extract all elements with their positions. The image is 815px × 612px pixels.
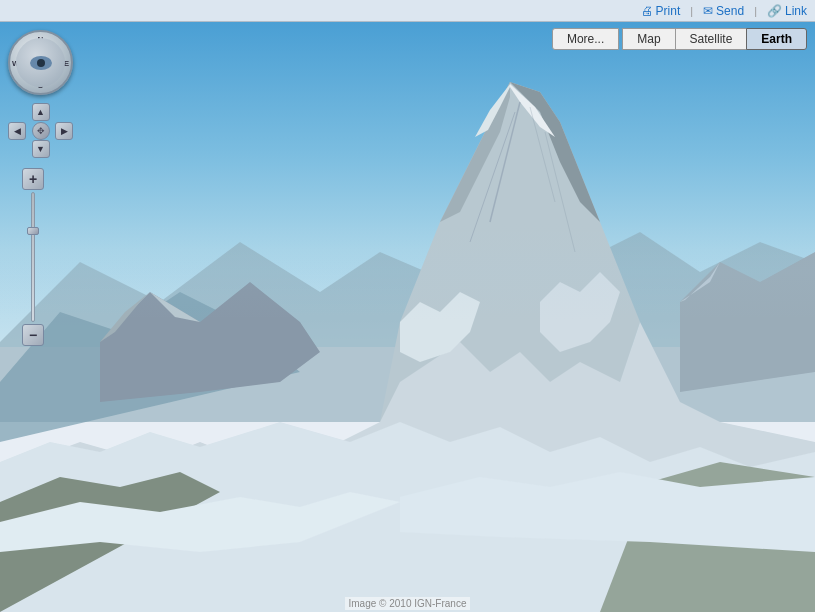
link-label: Link [785, 4, 807, 18]
send-icon: ✉ [703, 4, 713, 18]
pan-center-button[interactable]: ✥ [32, 122, 50, 140]
link-icon: 🔗 [767, 4, 782, 18]
print-link[interactable]: 🖨 Print [641, 4, 681, 18]
print-label: Print [656, 4, 681, 18]
compass-control[interactable]: N S E W [8, 30, 73, 95]
zoom-in-button[interactable]: + [22, 168, 44, 190]
zoom-track[interactable] [31, 192, 35, 322]
compass-inner [16, 38, 65, 87]
attribution-text: Image © 2010 IGN-France [349, 598, 467, 609]
send-label: Send [716, 4, 744, 18]
attribution: Image © 2010 IGN-France [345, 597, 471, 610]
tab-more[interactable]: More... [552, 28, 619, 50]
map-canvas[interactable] [0, 22, 815, 612]
send-link[interactable]: ✉ Send [703, 4, 744, 18]
zoom-thumb[interactable] [27, 227, 39, 235]
pan-down-button[interactable]: ▼ [32, 140, 50, 158]
compass-circle[interactable]: N S E W [8, 30, 73, 95]
tab-map[interactable]: Map [622, 28, 675, 50]
tab-satellite[interactable]: Satellite [675, 28, 748, 50]
tab-earth[interactable]: Earth [746, 28, 807, 50]
top-bar: 🖨 Print | ✉ Send | 🔗 Link [0, 0, 815, 22]
pan-left-button[interactable]: ◀ [8, 122, 26, 140]
eye-icon [30, 56, 52, 70]
map-toolbar: More... Map Satellite Earth [553, 28, 807, 50]
pan-arrows: ▲ ▼ ◀ ▶ ✥ [8, 103, 73, 158]
separator-1: | [690, 5, 693, 17]
zoom-out-button[interactable]: − [22, 324, 44, 346]
pan-up-button[interactable]: ▲ [32, 103, 50, 121]
print-icon: 🖨 [641, 4, 653, 18]
separator-2: | [754, 5, 757, 17]
pan-control: ▲ ▼ ◀ ▶ ✥ [8, 103, 73, 158]
svg-rect-20 [0, 222, 815, 322]
link-link[interactable]: 🔗 Link [767, 4, 807, 18]
zoom-control: + − [22, 168, 44, 346]
pan-right-button[interactable]: ▶ [55, 122, 73, 140]
mountain-scene [0, 22, 815, 612]
